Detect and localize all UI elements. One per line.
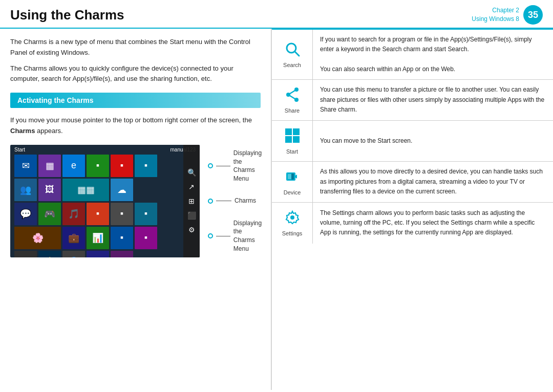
charm-desc-share: You can use this menu to transfer a pict… [313,80,553,120]
callout-annotations: Displaying the Charms Menu Charms Displa… [200,145,263,257]
callout-bot-text: Displaying the Charms Menu [233,219,263,253]
svg-line-5 [288,90,296,95]
tile-red: ▪ [111,155,133,177]
charm-desc-device-text: As this allows you to move directly to a… [320,167,546,197]
svg-rect-8 [293,128,300,135]
tile-msg: 💬 [14,203,37,225]
charm-row-search: Search If you want to search for a progr… [272,30,553,80]
charm-label-settings: Settings [282,230,303,236]
svg-rect-13 [291,173,294,180]
intro-paragraph-1: The Charms is a new type of menu that co… [10,37,261,58]
page-header: Using the Charms Chapter 2 Using Windows… [0,0,553,29]
tile-chart: 📊 [87,227,109,249]
charm-row-settings: Settings The Settings charm allows you t… [272,203,553,244]
tile-mail: ✉ [14,155,37,177]
callout-dot-bot [208,233,213,238]
charm-label-share: Share [285,107,300,114]
callout-line-mid [216,201,231,201]
tile-photo2: 🌸 [14,227,61,249]
tile-people2: 👤 [62,251,85,257]
charm-icon-cell-start: Start [272,121,313,161]
tile-file: 📁 [14,251,37,257]
charm-search-screenshot: 🔍 [187,168,196,177]
charm-icon-cell-settings: Settings [272,203,313,244]
charms-sidebar-screenshot: 🔍 ↗ ⊞ ⬛ ⚙ [183,145,200,257]
page-title: Using the Charms [10,7,124,23]
share-icon [284,86,301,105]
tile-cyan: ▪ [135,155,157,177]
callout-mid-text: Charms [235,197,256,205]
charm-start-screenshot: ⊞ [188,197,195,205]
charm-icon-cell-search: Search [272,30,313,79]
tile-star: ⭐ [38,251,61,257]
chapter-info: Chapter 2 Using Windows 8 35 [472,5,543,25]
left-column: The Charms is a new type of menu that co… [0,29,271,390]
charm-label-device: Device [284,189,301,195]
charm-row-share: Share You can use this menu to transfer … [272,80,553,121]
main-content: The Charms is a new type of menu that co… [0,29,553,390]
charm-desc-settings: The Settings charm allows you to perform… [313,203,553,244]
tile-teal: ▪ [135,203,157,225]
settings-icon [284,209,301,228]
tile-row-5: 📁 ⭐ 👤 ▪ 📷 [10,251,200,257]
svg-rect-9 [285,136,292,143]
screenshot-area: Start manual123 ✉ ▦ e ▪ ▪ ▪ 👥 🖼 ▦▦ ☁ [10,145,261,257]
charm-label-search: Search [283,62,301,68]
tile-green: ▪ [87,155,109,177]
tile-purp: ▪ [135,227,157,249]
charm-desc-search: If you want to search for a program or f… [313,30,553,79]
callout-mid: Charms [208,197,263,205]
tile-row-3: 💬 🎮 🎵 ▪ ▪ ▪ [10,203,200,225]
win8-screenshot: Start manual123 ✉ ▦ e ▪ ▪ ▪ 👥 🖼 ▦▦ ☁ [10,145,200,257]
charm-device-screenshot: ⬛ [187,211,196,220]
tile-briefcase: 💼 [62,227,85,249]
charm-row-start: Start You can move to the Start screen. [272,121,553,162]
tile-people: 👥 [14,179,37,201]
callout-line-bot [216,236,230,236]
charm-desc-device: As this allows you to move directly to a… [313,162,553,202]
svg-line-1 [295,52,299,56]
activating-paragraph: If you move your mouse pointer to the to… [10,115,261,137]
callout-line-top [216,166,230,166]
svg-point-15 [290,215,294,220]
tile-wide: ▦▦ [62,179,109,201]
tile-row-2: 👥 🖼 ▦▦ ☁ [10,179,200,201]
callout-top: Displaying the Charms Menu [208,149,263,183]
charm-icon-cell-device: Device [272,162,313,202]
charm-desc-start-text: You can move to the Start screen. [320,136,412,146]
chapter-label: Chapter 2 Using Windows 8 [472,6,519,24]
tile-cam: 📷 [111,251,133,257]
device-icon [284,168,301,187]
right-column: Search If you want to search for a progr… [271,29,553,390]
charm-icon-cell-share: Share [272,80,313,120]
callout-dot-mid [208,199,213,204]
tile-b2: ▪ [111,227,133,249]
chapter-number: 35 [523,5,543,25]
charm-settings-screenshot: ⚙ [188,226,195,234]
section-heading: Activating the Charms [10,93,261,108]
charm-desc-start: You can move to the Start screen. [313,121,553,161]
tile-row-1: ✉ ▦ e ▪ ▪ ▪ [10,155,200,177]
charm-share-screenshot: ↗ [188,183,195,191]
tile-gray: ▪ [111,203,133,225]
svg-line-6 [288,95,296,100]
tile-mus: 🎵 [62,203,85,225]
tile-calendar: ▦ [38,155,61,177]
charm-row-device: Device As this allows you to move direct… [272,162,553,203]
callout-top-text: Displaying the Charms Menu [233,149,263,183]
start-icon [284,127,301,146]
charms-table: Search If you want to search for a progr… [272,29,553,244]
tile-row-4: 🌸 💼 📊 ▪ ▪ [10,227,200,249]
tile-ie: e [62,155,85,177]
search-icon [284,41,301,60]
charm-desc-settings-text: The Settings charm allows you to perform… [320,208,546,238]
tile-b3: ▪ [87,251,109,257]
tile-b1: ☁ [111,179,133,201]
svg-rect-10 [293,136,300,143]
win8-topbar: Start manual123 [10,145,200,155]
callout-dot-top [208,163,213,168]
tile-photo: 🖼 [38,179,61,201]
svg-rect-7 [285,128,292,135]
charm-desc-search-text: If you want to search for a program or f… [320,35,546,74]
win8-start-label: Start [14,147,25,153]
